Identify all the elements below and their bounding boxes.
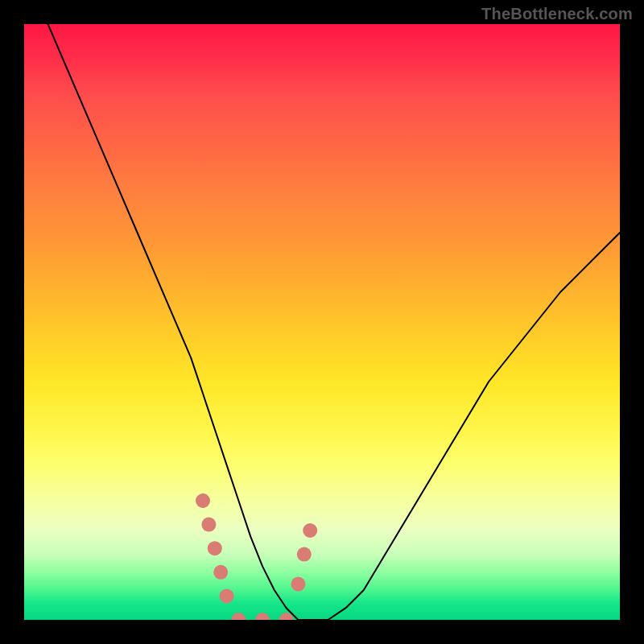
- curve-path: [48, 24, 620, 620]
- marker-dot: [196, 493, 210, 508]
- marker-dot: [303, 523, 317, 538]
- marker-dot: [201, 518, 216, 532]
- chart-frame: TheBottleneck.com: [0, 0, 644, 644]
- marker-dot: [291, 577, 305, 592]
- watermark-text: TheBottleneck.com: [481, 5, 633, 23]
- marker-dot: [231, 613, 246, 620]
- marker-dot: [255, 613, 270, 620]
- bottleneck-curve: [48, 24, 620, 620]
- plot-area: [24, 24, 620, 620]
- marker-dot: [213, 565, 228, 580]
- curve-markers: [196, 493, 317, 620]
- marker-dot: [208, 541, 222, 555]
- marker-dot: [297, 547, 312, 562]
- marker-dot: [220, 588, 234, 603]
- curve-layer: [24, 24, 620, 620]
